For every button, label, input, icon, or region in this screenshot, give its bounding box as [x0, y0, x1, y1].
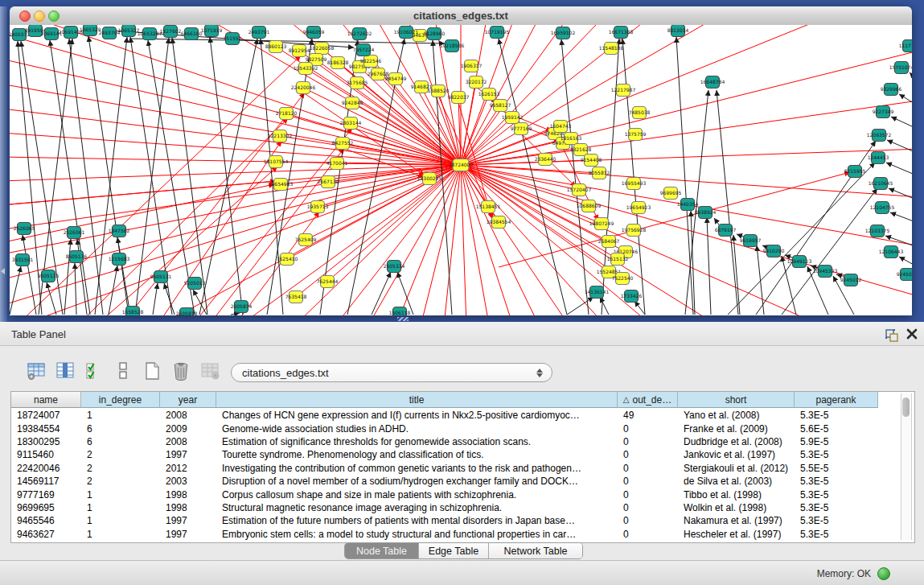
graph-node[interactable]: 16648784 — [700, 76, 725, 89]
tab-edge-table[interactable]: Edge Table — [419, 543, 489, 558]
table-row[interactable]: 2242004622012Investigating the contribut… — [11, 462, 913, 475]
new-document-icon[interactable] — [140, 358, 164, 384]
graph-node[interactable]: 18807249 — [589, 218, 614, 230]
graph-node[interactable]: 2718120 — [276, 108, 298, 120]
select-rows-icon[interactable] — [82, 358, 106, 384]
graph-node[interactable]: 10719195 — [485, 27, 510, 39]
table-scrollbar[interactable] — [901, 393, 912, 540]
graph-node[interactable]: 2605874 — [231, 301, 253, 313]
graph-node[interactable]: 9699695 — [660, 187, 682, 200]
graph-node[interactable]: 2493794 — [99, 27, 121, 39]
trash-icon[interactable] — [169, 358, 193, 384]
graph-node[interactable]: 9245022 — [897, 269, 912, 281]
table-row[interactable]: 1938455462009Genome-wide association stu… — [11, 422, 913, 435]
graph-node[interactable]: 15272602 — [347, 28, 372, 40]
delete-table-disabled-icon[interactable] — [198, 358, 222, 384]
table-row[interactable]: 1456911722003Disruption of a novel membe… — [11, 475, 913, 488]
graph-node[interactable]: 2493791 — [248, 27, 270, 39]
network-view[interactable]: 8860123891295418226058982750910543392818… — [10, 25, 912, 315]
graph-node[interactable]: 3175685 — [347, 77, 368, 89]
graph-node[interactable]: 10688609 — [577, 200, 602, 212]
table-select-dropdown[interactable]: citations_edges.txt — [231, 363, 552, 382]
graph-node[interactable]: 1244413 — [868, 152, 889, 164]
split-pane-handle[interactable] — [397, 317, 409, 321]
graph-node[interactable]: 18226058 — [310, 43, 335, 55]
graph-node[interactable]: 7485038 — [629, 107, 651, 119]
graph-node[interactable]: 1506118 — [389, 307, 411, 316]
column-header-title[interactable]: title — [216, 392, 618, 408]
graph-node[interactable]: 9846059 — [303, 27, 325, 39]
graph-node[interactable]: 9055812 — [589, 167, 610, 179]
graph-node[interactable]: 9227349 — [873, 106, 894, 118]
graph-node[interactable]: 11548108 — [599, 43, 624, 55]
graph-node[interactable]: 15751074 — [889, 62, 912, 74]
graph-node[interactable]: 16671388 — [609, 27, 634, 39]
graph-node[interactable]: 6466160 — [181, 28, 203, 40]
table-row[interactable]: 1872400712008Changes of HCN gene express… — [11, 409, 913, 422]
graph-node[interactable]: 1959142 — [502, 112, 524, 124]
graph-node[interactable]: 5205013 — [184, 278, 206, 290]
graph-node[interactable]: 1658528 — [122, 307, 144, 316]
graph-node[interactable]: 8912954 — [289, 45, 310, 57]
graph-node[interactable]: 2505334 — [384, 261, 405, 273]
column-header-in_degree[interactable]: in_degree — [81, 392, 160, 408]
graph-node[interactable]: 2803144 — [340, 117, 362, 130]
graph-node[interactable]: 16955493 — [622, 178, 647, 190]
graph-node[interactable]: 1375759 — [625, 129, 647, 141]
close-panel-icon[interactable] — [906, 328, 918, 340]
graph-node[interactable]: 1065327 — [118, 25, 140, 37]
graph-node[interactable]: 7525409 — [295, 234, 317, 246]
graph-node[interactable]: 16210645 — [869, 178, 893, 190]
graph-node[interactable]: 1733426 — [621, 290, 643, 303]
float-panel-icon[interactable] — [885, 328, 898, 342]
graph-node[interactable]: 12104755 — [870, 202, 895, 214]
column-header-short[interactable]: short — [678, 392, 795, 408]
graph-node[interactable]: 8938924 — [695, 207, 717, 219]
graph-node[interactable]: 1527602 — [160, 26, 182, 38]
graph-node[interactable]: 2526061 — [64, 227, 85, 239]
table-row[interactable]: 977716911998Corpus callosum shape and si… — [11, 488, 913, 501]
graph-node[interactable]: 1117732 — [899, 40, 912, 52]
collapse-panel-arrow-icon[interactable] — [1, 268, 5, 274]
tab-node-table[interactable]: Node Table — [345, 543, 419, 558]
graph-node[interactable]: 3931591 — [12, 254, 34, 266]
graph-node[interactable]: 19756928 — [622, 225, 647, 237]
table-row[interactable]: 911546021997Tourette syndrome. Phenomeno… — [11, 448, 913, 461]
graph-node[interactable]: 2605878 — [176, 308, 198, 316]
tab-network-table[interactable]: Network Table — [489, 543, 582, 558]
graph-node[interactable]: 12106443 — [879, 246, 904, 258]
table-scrollbar-thumb[interactable] — [902, 398, 910, 417]
graph-node[interactable]: 12093572 — [867, 130, 892, 142]
column-header-year[interactable]: year — [160, 392, 216, 408]
graph-node[interactable]: 9777169 — [511, 123, 532, 135]
graph-node[interactable]: 19384554 — [487, 216, 511, 229]
graph-node[interactable]: 8186328 — [327, 57, 349, 69]
graph-node[interactable]: 751552 — [224, 33, 242, 45]
graph-node[interactable]: 12103375 — [865, 225, 890, 237]
table-row[interactable]: 1830029562008Estimation of significance … — [11, 435, 913, 448]
graph-node[interactable]: 9822037 — [448, 92, 470, 104]
graph-node[interactable]: 9329966 — [881, 84, 902, 96]
graph-node[interactable]: 1215683 — [109, 253, 130, 266]
graph-node[interactable]: 7635418 — [285, 291, 307, 303]
graph-node[interactable]: 16959102 — [551, 27, 576, 39]
graph-node[interactable]: 1071919 — [201, 25, 223, 37]
table-row[interactable]: 969969511998Structural magnetic resonanc… — [11, 501, 913, 514]
graph-node[interactable]: 9558127 — [490, 100, 511, 112]
graph-node[interactable]: 3220172 — [466, 76, 487, 89]
table-row[interactable]: 946554611997Estimation of the future num… — [11, 514, 913, 527]
graph-node[interactable]: 18107554 — [264, 156, 289, 168]
column-header-out_de[interactable]: △out_de… — [618, 392, 678, 408]
graph-node[interactable]: 19654923 — [626, 202, 651, 214]
column-header-pagerank[interactable]: pagerank — [795, 392, 878, 408]
graph-node[interactable]: 2526065 — [14, 223, 35, 235]
graph-node[interactable]: 12217987 — [611, 84, 636, 97]
graph-node[interactable]: 14136141 — [585, 286, 610, 299]
table-settings-icon[interactable] — [24, 358, 48, 384]
graph-node[interactable]: 6879197 — [715, 225, 737, 237]
graph-node[interactable]: 9505131 — [150, 271, 172, 283]
graph-node[interactable]: 10653287 — [138, 28, 162, 40]
table-row[interactable]: 946362711997Embryonic stem cells: a mode… — [11, 528, 913, 541]
column-header-name[interactable]: name — [11, 392, 81, 408]
graph-node[interactable]: 15720407 — [567, 184, 592, 196]
